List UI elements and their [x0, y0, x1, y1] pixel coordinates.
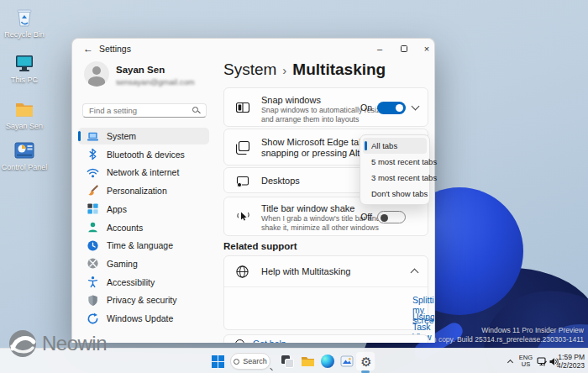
- recycle-bin-icon: [13, 7, 35, 29]
- desktops-title: Desktops: [261, 176, 300, 186]
- wifi-icon: [87, 166, 99, 179]
- snap-windows-description: Snap windows to automatically resize and…: [261, 106, 394, 123]
- window-title: Settings: [99, 44, 131, 54]
- snap-windows-state: On: [360, 102, 372, 113]
- control-panel-icon: [13, 139, 35, 161]
- tray-time: 1:59 PM: [558, 353, 585, 361]
- tray-clock[interactable]: 1:59 PM 4/2/2023: [551, 349, 585, 373]
- accessibility-icon: [87, 276, 99, 288]
- get-help-row[interactable]: Get help: [223, 334, 428, 343]
- sidebar-item-system[interactable]: System: [78, 128, 209, 144]
- help-card: Help with Multitasking Splitting my scre…: [223, 255, 428, 330]
- desktop-icon-this-pc[interactable]: This PC: [0, 52, 49, 84]
- chevron-up-icon: [507, 360, 512, 365]
- update-icon: [87, 313, 99, 325]
- profile-name: Sayan Sen: [116, 65, 165, 75]
- close-button[interactable]: ×: [417, 41, 435, 56]
- dropdown-option-all-tabs[interactable]: All tabs: [363, 138, 427, 154]
- person-icon: [87, 221, 99, 234]
- breadcrumb-parent[interactable]: System: [223, 60, 276, 78]
- tray-date: 4/2/2023: [557, 361, 585, 370]
- snap-windows-title: Snap windows: [261, 95, 321, 105]
- snap-windows-icon: [235, 100, 250, 115]
- gear-icon: ⚙: [360, 355, 371, 368]
- sidebar-item-bluetooth[interactable]: Bluetooth & devices: [78, 146, 209, 163]
- photos-icon: [340, 355, 354, 368]
- sidebar-item-network[interactable]: Network & internet: [78, 164, 209, 181]
- bluetooth-icon: [87, 148, 99, 160]
- system-icon: [87, 130, 99, 143]
- shake-toggle[interactable]: [377, 211, 406, 223]
- sidebar-item-time-language[interactable]: Time & language: [78, 237, 209, 254]
- windows-logo-icon: [212, 355, 224, 368]
- dropdown-option-5-recent[interactable]: 5 most recent tabs: [363, 154, 427, 170]
- search-input[interactable]: [89, 105, 188, 116]
- tray-language-switcher[interactable]: ENG US: [517, 349, 534, 373]
- edge-icon: [321, 355, 334, 368]
- window-titlebar[interactable]: ← Settings – ×: [72, 39, 434, 60]
- desktop-icon-user-folder[interactable]: Sayan Sen: [0, 98, 49, 130]
- globe-icon: [235, 265, 249, 279]
- breadcrumb-separator: ›: [276, 63, 292, 77]
- sidebar-item-personalization[interactable]: Personalization: [78, 182, 209, 199]
- shake-title: Title bar window shake: [261, 203, 354, 213]
- snap-windows-card[interactable]: Snap windows Snap windows to automatical…: [223, 87, 428, 127]
- task-view-icon: [281, 355, 294, 368]
- related-support-heading: Related support: [223, 241, 297, 251]
- edge-tabs-dropdown-flyout: All tabs 5 most recent tabs 3 most recen…: [360, 134, 430, 205]
- task-view-button[interactable]: [280, 349, 295, 373]
- desktops-icon: [235, 174, 250, 189]
- folder-icon: [13, 98, 35, 120]
- get-help-label[interactable]: Get help: [253, 339, 286, 343]
- page-title: Multitasking: [292, 60, 386, 78]
- sidebar-item-gaming[interactable]: Gaming: [78, 255, 209, 272]
- brush-icon: [87, 185, 99, 197]
- sidebar-item-apps[interactable]: Apps: [78, 201, 209, 218]
- clock-icon: [87, 239, 99, 252]
- network-icon: [537, 356, 548, 367]
- avatar-head: [92, 66, 101, 75]
- shield-icon: [87, 294, 99, 307]
- settings-search[interactable]: [82, 103, 207, 118]
- profile-email-blurred: sensayan@gmail.com: [116, 77, 195, 87]
- apps-icon: [87, 202, 99, 215]
- card-divider: [224, 286, 428, 287]
- neowin-watermark: Neowin: [8, 329, 107, 358]
- shake-state: Off: [360, 212, 372, 222]
- help-title[interactable]: Help with Multitasking: [261, 266, 350, 276]
- sidebar-item-windows-update[interactable]: Windows Update: [78, 310, 209, 327]
- file-explorer-icon: [301, 355, 315, 368]
- sidebar-item-accounts[interactable]: Accounts: [78, 219, 209, 236]
- tray-network-button[interactable]: [536, 349, 548, 373]
- shake-cursor-icon: [235, 209, 250, 224]
- neowin-logo-icon: [8, 329, 37, 358]
- desktop-icon-recycle-bin[interactable]: Recycle Bin: [0, 7, 49, 39]
- dropdown-option-3-recent[interactable]: 3 most recent tabs: [363, 170, 427, 186]
- chevron-up-icon[interactable]: [411, 269, 419, 277]
- minimize-button[interactable]: –: [370, 41, 389, 56]
- start-button[interactable]: [210, 349, 225, 373]
- desktop-icon-control-panel[interactable]: Control Panel: [0, 139, 49, 171]
- sidebar-item-accessibility[interactable]: Accessibility: [78, 274, 209, 291]
- back-button[interactable]: ←: [81, 42, 96, 55]
- breadcrumb: System›Multitasking: [223, 60, 386, 79]
- sidebar-item-privacy[interactable]: Privacy & security: [78, 292, 209, 308]
- shake-description: When I grab a window's title bar and sha…: [261, 214, 394, 232]
- photos-button[interactable]: [339, 349, 354, 373]
- tray-show-hidden-icons[interactable]: [504, 349, 516, 373]
- settings-app-button[interactable]: ⚙: [359, 349, 374, 373]
- maximize-icon: [401, 45, 407, 52]
- edge-button[interactable]: [320, 349, 335, 373]
- avatar[interactable]: [84, 61, 109, 87]
- edge-tabs-icon: [235, 140, 250, 155]
- xbox-icon: [87, 257, 99, 270]
- search-icon: [234, 359, 239, 365]
- chevron-down-icon[interactable]: [412, 102, 420, 111]
- maximize-button[interactable]: [395, 41, 413, 56]
- file-explorer-button[interactable]: [300, 349, 315, 373]
- get-help-icon: [235, 339, 244, 343]
- taskbar-search[interactable]: Search: [230, 353, 270, 370]
- dropdown-option-dont-show[interactable]: Don't show tabs: [363, 186, 427, 202]
- desktop: Recycle Bin This PC Sayan Sen Control Pa…: [0, 0, 588, 373]
- snap-windows-toggle[interactable]: [377, 102, 406, 114]
